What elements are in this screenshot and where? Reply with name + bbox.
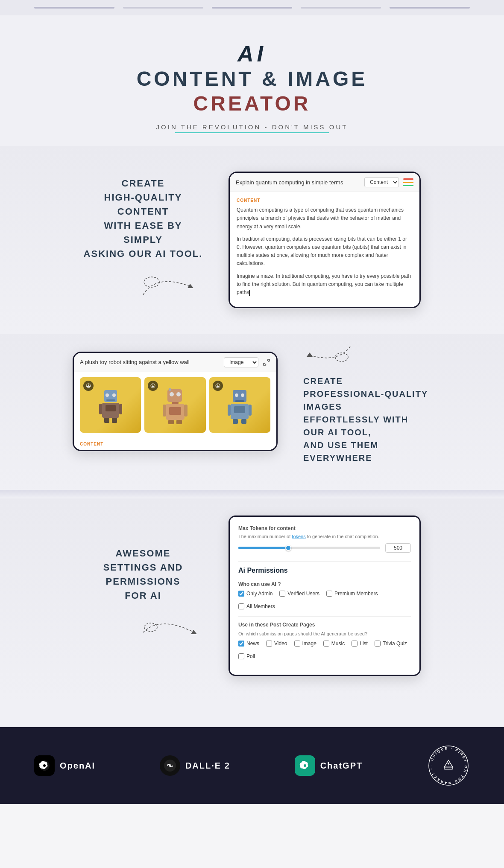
page-list-checkbox[interactable] [352, 641, 357, 647]
page-image[interactable]: Image [294, 641, 316, 647]
image-tablet: A plush toy robot sitting against a yell… [73, 352, 278, 451]
post-pages-label: Use in these Post Create Pages [238, 622, 411, 628]
perm-verified-checkbox[interactable] [279, 591, 285, 597]
perm-only-admin[interactable]: Only Admin [238, 591, 273, 597]
page-image-checkbox[interactable] [294, 641, 300, 647]
badge-crown [442, 760, 455, 772]
divider-2 [238, 616, 411, 617]
robot-svg-1 [98, 386, 123, 424]
perm-all-checkbox[interactable] [238, 603, 244, 609]
chatgpt-name: ChatGPT [320, 761, 363, 771]
svg-point-53 [448, 763, 449, 765]
dalle-icon [160, 755, 180, 776]
content-creator-section: CREATEHIGH-QUALITY CONTENTWITH EASE BY S… [0, 146, 504, 334]
svg-rect-9 [106, 399, 115, 401]
openai-name: OpenAI [60, 761, 95, 771]
svg-point-43 [144, 623, 157, 632]
page-news-checkbox[interactable] [238, 641, 244, 647]
dalle-svg [163, 759, 177, 772]
content-tablet: Explain quantum computing in simple term… [229, 172, 421, 308]
page-video-checkbox[interactable] [266, 641, 272, 647]
post-pages-desc: On which submission pages should the AI … [238, 631, 411, 636]
tokens-desc: The maximum number of tokens to generate… [238, 534, 411, 539]
page-music[interactable]: Music [323, 641, 345, 647]
deco-line-4 [301, 7, 381, 9]
spacer [0, 702, 504, 727]
arrow-left-container [303, 338, 431, 368]
slider-thumb[interactable] [285, 545, 291, 551]
perm-premium-checkbox[interactable] [326, 591, 332, 597]
svg-rect-36 [234, 406, 245, 413]
section-divider-2 [0, 490, 504, 498]
svg-point-32 [235, 393, 238, 397]
page-poll-checkbox[interactable] [238, 653, 244, 659]
slider-track[interactable] [238, 547, 380, 549]
perm-premium-members[interactable]: Premium Members [326, 591, 378, 597]
page-music-checkbox[interactable] [323, 641, 329, 647]
settings-text: AWESOMESETTINGS AND PERMISSIONSFOR AI [83, 546, 203, 603]
svg-point-19 [170, 392, 174, 396]
perm-only-admin-checkbox[interactable] [238, 591, 244, 597]
robot-image-3 [209, 377, 270, 433]
perm-verified-users[interactable]: Verified Users [279, 591, 319, 597]
svg-rect-13 [119, 404, 122, 414]
dalle-brand: DALL·E 2 [160, 755, 230, 776]
svg-rect-38 [249, 405, 252, 416]
footer: OpenAI DALL·E 2 ChatGPT · UNIQUE · [0, 727, 504, 804]
svg-line-3 [264, 363, 266, 365]
chart-icon [403, 178, 413, 186]
title-creator: CREATOR [193, 92, 311, 115]
svg-rect-21 [169, 388, 171, 391]
tokens-value[interactable]: 500 [385, 543, 411, 553]
prompt-input[interactable]: Explain quantum computing in simple term… [236, 179, 360, 186]
svg-rect-28 [176, 420, 182, 424]
svg-line-2 [267, 360, 269, 362]
svg-rect-12 [99, 404, 102, 414]
settings-section: AWESOMESETTINGS AND PERMISSIONSFOR AI Ma… [0, 498, 504, 702]
top-decorative-lines [0, 0, 504, 15]
page-trivia-checkbox[interactable] [375, 641, 381, 647]
download-btn-2[interactable] [148, 381, 158, 391]
page-header: AI CONTENT & IMAGE CREATOR JOIN THE REVO… [0, 15, 504, 146]
title-content-image: CONTENT & IMAGE [137, 67, 368, 90]
settings-description: AWESOMESETTINGS AND PERMISSIONSFOR AI [83, 546, 203, 645]
page-video[interactable]: Video [266, 641, 287, 647]
mode-dropdown[interactable]: Content Image [364, 177, 399, 187]
robot-image-1 [80, 377, 141, 433]
svg-point-8 [112, 393, 116, 397]
post-pages-section: Use in these Post Create Pages On which … [238, 622, 411, 659]
perm-all-members[interactable]: All Members [238, 603, 275, 609]
deco-line-1 [34, 7, 114, 9]
image-mode-dropdown[interactable]: Image Content [224, 357, 258, 367]
page-image-label: Image [302, 641, 316, 647]
page-trivia[interactable]: Trivia Quiz [375, 641, 407, 647]
download-btn-1[interactable] [83, 381, 94, 391]
tokens-slider-row: 500 [238, 543, 411, 553]
chatgpt-svg [298, 759, 312, 772]
svg-rect-31 [233, 390, 246, 402]
svg-rect-22 [172, 402, 179, 404]
robot-svg-2 [162, 386, 188, 424]
tokens-label: Max Tokens for content [238, 525, 411, 531]
expand-icon [263, 358, 270, 366]
page-news-label: News [246, 641, 259, 647]
header-subtitle: JOIN THE REVOLUTION - DON'T MISS OUT [156, 123, 348, 133]
svg-rect-27 [168, 420, 174, 424]
svg-rect-14 [104, 418, 109, 423]
dashed-arrow-right [139, 269, 203, 303]
page-poll[interactable]: Poll [238, 653, 255, 659]
page-news[interactable]: News [238, 641, 259, 647]
page-list-label: List [360, 641, 368, 647]
svg-marker-42 [307, 352, 313, 357]
permissions-checkbox-row: Only Admin Verified Users Premium Member… [238, 591, 411, 609]
deco-line-2 [123, 7, 203, 9]
download-btn-3[interactable] [213, 381, 223, 391]
content-para-1: Quantum computing is a type of computing… [237, 206, 413, 231]
tokens-link[interactable]: tokens [292, 534, 305, 539]
robot-image-2 [144, 377, 205, 433]
content-label: CONTENT [237, 198, 413, 203]
image-creator-section: A plush toy robot sitting against a yell… [0, 334, 504, 490]
page-list[interactable]: List [352, 641, 368, 647]
ai-permissions-title: Ai Permissions [238, 567, 411, 574]
perm-premium-label: Premium Members [334, 591, 378, 597]
